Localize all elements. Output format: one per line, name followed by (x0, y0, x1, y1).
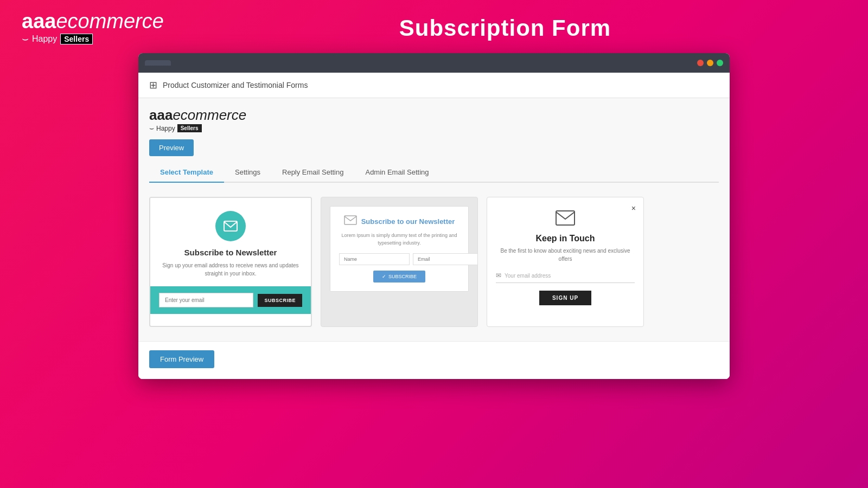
site-logo: aaaecommerce ⌣ Happy Sellers (22, 11, 164, 45)
template-card-2[interactable]: Subscribe to our Newsletter Lorem Ipsum … (321, 197, 478, 327)
card2-name-input[interactable] (339, 253, 410, 265)
logo-sellers: Sellers (60, 34, 93, 44)
app-header-icon: ⊞ (149, 79, 157, 91)
card2-inner: Subscribe to our Newsletter Lorem Ipsum … (330, 206, 469, 292)
card2-subscribe-button[interactable]: ✓ SUBSCRIBE (373, 271, 425, 282)
app-logo-arrow-icon: ⌣ (149, 124, 154, 133)
card1-bottom: SUBSCRIBE (150, 286, 311, 314)
card1-subscribe-button[interactable]: SUBSCRIBE (258, 294, 302, 307)
app-logo-brand: aaa (149, 107, 173, 123)
card2-description: Lorem Ipsum is simply dummy text of the … (339, 232, 459, 247)
card1-email-icon (215, 211, 246, 241)
app-logo-sellers: Sellers (177, 124, 202, 132)
card3-envelope-icon (496, 210, 635, 229)
tab-reply-email-setting[interactable]: Reply Email Setting (271, 163, 354, 183)
card1-description: Sign up your email address to receive ne… (161, 261, 300, 278)
card1-title: Subscribe to Newsletter (161, 248, 300, 257)
app-body: aaaecommerce ⌣ Happy Sellers Preview Sel… (138, 98, 730, 341)
logo-happy: Happy (32, 34, 57, 44)
card2-email-input[interactable] (413, 253, 478, 265)
browser-titlebar (138, 53, 730, 73)
card1-email-input[interactable] (159, 293, 253, 307)
app-header: ⊞ Product Customizer and Testimonial For… (138, 73, 730, 98)
card2-header: Subscribe to our Newsletter (339, 215, 459, 228)
card1-top: Subscribe to Newsletter Sign up your ema… (150, 198, 311, 286)
card3-signup-button[interactable]: SIGN UP (539, 291, 591, 305)
maximize-dot-icon[interactable] (717, 60, 723, 66)
card2-subscribe-label: SUBSCRIBE (388, 274, 417, 279)
app-logo-ecommerce: ecommerce (173, 107, 246, 123)
template-card-3[interactable]: × Keep in Touch Be the first to know abo… (487, 197, 644, 327)
card3-description: Be the first to know about exciting news… (496, 247, 635, 263)
form-preview-button[interactable]: Form Preview (149, 350, 214, 368)
card2-title: Subscribe to our Newsletter (361, 217, 455, 226)
top-header: aaaecommerce ⌣ Happy Sellers Subscriptio… (0, 0, 868, 50)
browser-controls (697, 60, 723, 66)
card2-fields (339, 253, 459, 265)
card2-check-icon: ✓ (382, 274, 386, 279)
preview-button[interactable]: Preview (149, 139, 194, 156)
card3-email-placeholder: Your email address (505, 273, 551, 279)
template-card-1[interactable]: Subscribe to Newsletter Sign up your ema… (149, 197, 312, 327)
app-bottom: Form Preview (138, 341, 730, 379)
minimize-dot-icon[interactable] (707, 60, 713, 66)
app-content: ⊞ Product Customizer and Testimonial For… (138, 73, 730, 379)
card3-content: Keep in Touch Be the first to know about… (496, 206, 635, 305)
tab-settings[interactable]: Settings (224, 163, 271, 183)
app-logo-happy: Happy (156, 125, 175, 132)
tabs-container: Select Template Settings Reply Email Set… (149, 163, 719, 183)
svg-rect-2 (556, 211, 575, 225)
app-breadcrumb: Product Customizer and Testimonial Forms (163, 81, 308, 89)
templates-grid: Subscribe to Newsletter Sign up your ema… (149, 191, 719, 332)
page-title: Subscription Form (164, 15, 846, 41)
logo-ecommerce: ecommerce (56, 10, 164, 33)
svg-rect-1 (344, 216, 356, 224)
tab-admin-email-setting[interactable]: Admin Email Setting (354, 163, 439, 183)
tab-select-template[interactable]: Select Template (149, 163, 224, 183)
browser-tab[interactable] (145, 60, 171, 66)
card3-title: Keep in Touch (496, 234, 635, 243)
card3-close-icon[interactable]: × (631, 204, 636, 213)
card3-email-field-icon: ✉ (496, 272, 501, 279)
close-dot-icon[interactable] (697, 60, 704, 66)
card3-email-row: ✉ Your email address (496, 272, 635, 283)
logo-brand: aaa (22, 10, 56, 33)
logo-arrow-icon: ⌣ (22, 33, 29, 45)
browser-window: ⊞ Product Customizer and Testimonial For… (138, 53, 730, 379)
card2-envelope-icon (344, 215, 357, 228)
app-logo-area: aaaecommerce ⌣ Happy Sellers (149, 107, 719, 133)
